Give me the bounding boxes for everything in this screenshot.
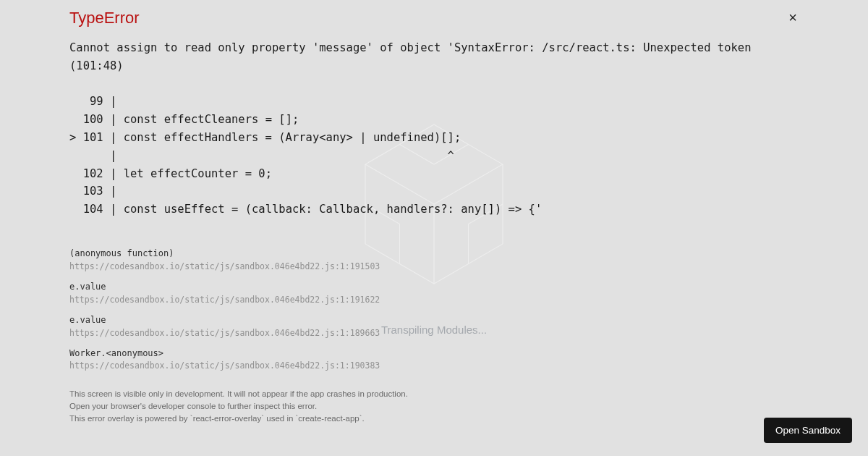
stack-frame-function: e.value <box>69 314 799 326</box>
stack-frame: e.value https://codesandbox.io/static/js… <box>69 281 799 305</box>
error-overlay: TypeError × Cannot assign to read only p… <box>0 0 868 456</box>
stack-frame-location: https://codesandbox.io/static/js/sandbox… <box>69 360 799 371</box>
stack-frame: Worker.<anonymous> https://codesandbox.i… <box>69 347 799 372</box>
footer-note-line: This error overlay is powered by `react-… <box>69 413 799 425</box>
stack-frame-location: https://codesandbox.io/static/js/sandbox… <box>69 327 799 339</box>
stack-frame-function: Worker.<anonymous> <box>69 347 799 360</box>
stack-trace: (anonymous function) https://codesandbox… <box>69 248 799 372</box>
error-footer-notes: This screen is visible only in developme… <box>69 388 799 426</box>
stack-frame: e.value https://codesandbox.io/static/js… <box>69 314 799 339</box>
open-sandbox-button[interactable]: Open Sandbox <box>764 418 852 443</box>
stack-frame-function: (anonymous function) <box>69 248 799 260</box>
stack-frame: (anonymous function) https://codesandbox… <box>69 248 799 272</box>
error-message-block: Cannot assign to read only property 'mes… <box>69 39 799 219</box>
stack-frame-location: https://codesandbox.io/static/js/sandbox… <box>69 261 799 272</box>
error-header: TypeError × <box>69 9 799 39</box>
error-type-heading: TypeError <box>69 9 140 28</box>
close-icon: × <box>788 9 797 25</box>
stack-frame-location: https://codesandbox.io/static/js/sandbox… <box>69 294 799 305</box>
stack-frame-function: e.value <box>69 281 799 293</box>
footer-note-line: Open your browser's developer console to… <box>69 400 799 413</box>
footer-note-line: This screen is visible only in developme… <box>69 388 799 400</box>
close-button[interactable]: × <box>787 9 799 26</box>
